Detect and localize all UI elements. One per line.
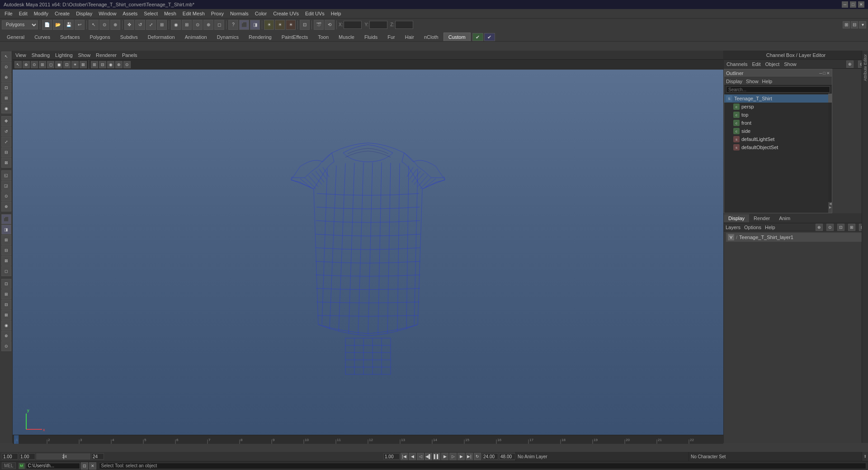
tool10[interactable]: ⊟: [1, 147, 11, 157]
layer-visibility[interactable]: V: [728, 234, 734, 240]
outliner-show-menu[interactable]: Show: [746, 79, 759, 84]
script-btn2[interactable]: ✕: [89, 462, 96, 470]
tab-deformation[interactable]: Deformation: [143, 33, 180, 41]
menu-create-uvs[interactable]: Create UVs: [270, 10, 302, 17]
go-start-btn[interactable]: |◀: [401, 453, 408, 460]
snap-curve-btn[interactable]: ⊙: [193, 20, 203, 30]
paint-tool[interactable]: ⊙: [1, 62, 11, 72]
tab-polygons[interactable]: Polygons: [85, 33, 115, 41]
tool16[interactable]: ⬛: [1, 214, 11, 224]
vp-sync-btn[interactable]: ⊙: [123, 61, 131, 68]
outliner-item-0[interactable]: S Teenage_T_Shirt: [724, 94, 832, 103]
renderer-menu[interactable]: Renderer: [96, 52, 117, 58]
vp-tex-btn[interactable]: ⊡: [63, 61, 71, 68]
outliner-help-menu[interactable]: Help: [762, 79, 773, 84]
outliner-item-5[interactable]: s defaultLightSet: [724, 135, 832, 143]
vp-hud-btn[interactable]: ⊟: [99, 61, 106, 68]
tool23[interactable]: ⊞: [1, 289, 11, 299]
tool17[interactable]: ◨: [1, 225, 11, 235]
tool19[interactable]: ⊟: [1, 245, 11, 255]
go-end-btn[interactable]: ▶|: [466, 453, 473, 460]
menu-color[interactable]: Color: [252, 10, 269, 17]
maximize-btn[interactable]: □: [850, 1, 856, 8]
outliner-scroll-left[interactable]: ◀: [828, 202, 832, 206]
menu-display[interactable]: Display: [73, 10, 95, 17]
save-btn[interactable]: 💾: [64, 20, 74, 30]
tab-muscle[interactable]: Muscle: [334, 33, 359, 41]
panels-menu[interactable]: Panels: [122, 52, 137, 58]
menu-select[interactable]: Select: [141, 10, 160, 17]
hide-btn[interactable]: ▾: [859, 21, 866, 28]
window-controls[interactable]: ─ □ ✕: [842, 1, 864, 8]
tab-custom[interactable]: Custom: [443, 33, 471, 41]
stop-btn[interactable]: ▌▌: [433, 453, 440, 460]
outliner-close-btn[interactable]: ✕: [826, 71, 830, 75]
vp-cam-btn[interactable]: ⊙: [31, 61, 38, 68]
tab-curves[interactable]: Curves: [29, 33, 55, 41]
menu-file[interactable]: File: [2, 10, 15, 17]
outliner-minimize-btn[interactable]: ─: [819, 71, 822, 75]
tool14[interactable]: ⊙: [1, 191, 11, 201]
script-btn1[interactable]: ⊡: [81, 462, 88, 470]
script-input[interactable]: [26, 463, 80, 469]
anim-max-input[interactable]: [499, 453, 515, 460]
shading-menu[interactable]: Shading: [32, 52, 50, 58]
vp-light-btn[interactable]: ☀: [71, 61, 79, 68]
menu-modify[interactable]: Modify: [31, 10, 51, 17]
outliner-scroll-right[interactable]: ▶: [828, 206, 832, 209]
panel-btn[interactable]: ⊟: [851, 21, 858, 28]
play-fwd-btn[interactable]: ▶: [441, 453, 448, 460]
y-input[interactable]: [369, 21, 387, 29]
vp-frame-btn[interactable]: ⊞: [39, 61, 46, 68]
settings-btn[interactable]: ⊞: [843, 21, 850, 28]
layer-btn2[interactable]: ⊙: [826, 224, 834, 231]
light3-btn[interactable]: ☀: [286, 20, 296, 30]
tool22[interactable]: ⊡: [1, 279, 11, 289]
x-input[interactable]: [344, 21, 362, 29]
start-frame-input[interactable]: [2, 453, 18, 460]
tab-hair[interactable]: Hair: [400, 33, 419, 41]
menu-edit-mesh[interactable]: Edit Mesh: [180, 10, 208, 17]
tab-ncloth[interactable]: nCloth: [419, 33, 443, 41]
outliner-item-3[interactable]: c front: [724, 119, 832, 127]
close-btn[interactable]: ✕: [858, 1, 864, 8]
universal-btn[interactable]: ⊞: [157, 20, 167, 30]
show-menu[interactable]: Show: [784, 61, 797, 67]
layer-btn1[interactable]: ⊕: [816, 224, 823, 231]
tool28[interactable]: ⊙: [1, 341, 11, 351]
lighting-menu[interactable]: Lighting: [55, 52, 73, 58]
anim-start-input[interactable]: [383, 453, 400, 460]
tool18[interactable]: ⊞: [1, 235, 11, 245]
tool6[interactable]: ◉: [1, 103, 11, 113]
tab-animation[interactable]: Animation: [180, 33, 212, 41]
prev-key-btn[interactable]: ◁: [417, 453, 424, 460]
outliner-item-1[interactable]: c persp: [724, 103, 832, 111]
anim-layer-selector[interactable]: No Anim Layer: [515, 452, 689, 461]
mode-dropdown[interactable]: Polygons Surfaces Dynamics Rendering nDy…: [2, 20, 38, 29]
tool13[interactable]: ◲: [1, 181, 11, 191]
tab-surfaces[interactable]: Surfaces: [55, 33, 85, 41]
paint-select-btn[interactable]: ⊕: [110, 20, 120, 30]
tool7[interactable]: ✥: [1, 116, 11, 126]
tab-toon[interactable]: Toon: [313, 33, 334, 41]
tool5[interactable]: ⊞: [1, 93, 11, 103]
cam-undo-btn[interactable]: ⟲: [325, 20, 335, 30]
vp-panel-btn[interactable]: ⊕: [115, 61, 123, 68]
tool24[interactable]: ⊟: [1, 300, 11, 310]
loop-btn[interactable]: ↻: [474, 453, 481, 460]
show-manip-btn[interactable]: ⊡: [300, 20, 310, 30]
channels-menu[interactable]: Channels: [726, 61, 747, 67]
open-btn[interactable]: 📂: [53, 20, 63, 30]
object-menu[interactable]: Object: [765, 61, 779, 67]
move-btn[interactable]: ✥: [124, 20, 134, 30]
prev-frame-btn[interactable]: ◀: [409, 453, 416, 460]
history-btn[interactable]: ?: [228, 20, 238, 30]
3d-viewport[interactable]: .wire { stroke: #3040c0; stroke-width: 0…: [13, 70, 723, 443]
light2-btn[interactable]: ☀: [275, 20, 285, 30]
soft-select-btn[interactable]: ◉: [171, 20, 181, 30]
vp-shade-btn[interactable]: ◼: [55, 61, 62, 68]
rotate-btn[interactable]: ↺: [135, 20, 145, 30]
menu-edit-uvs[interactable]: Edit UVs: [302, 10, 327, 17]
edit-menu[interactable]: Edit: [752, 61, 760, 67]
tool20[interactable]: ⊠: [1, 256, 11, 266]
